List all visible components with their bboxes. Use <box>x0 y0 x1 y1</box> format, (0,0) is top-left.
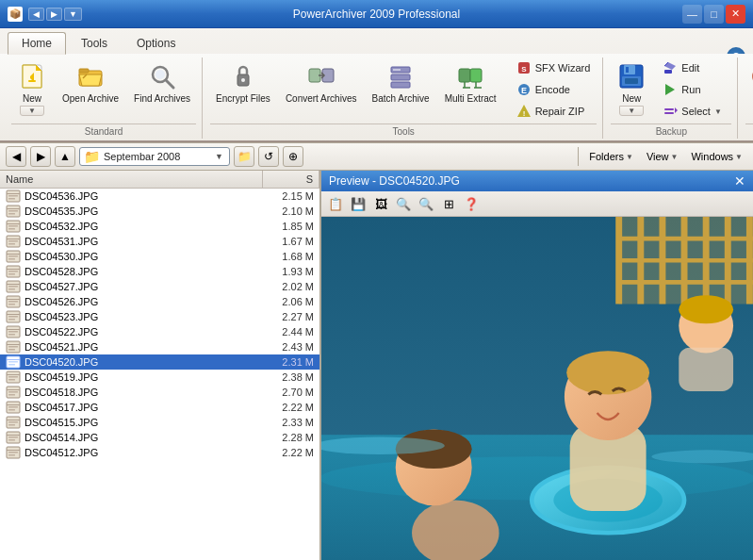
backup-items: New ▼ Edit <box>611 58 731 122</box>
maximize-button[interactable]: □ <box>704 5 724 24</box>
file-row[interactable]: DSC04517.JPG 2.22 M <box>0 400 319 415</box>
file-icon <box>6 386 21 399</box>
file-icon <box>6 250 21 263</box>
repair-zip-button[interactable]: ! Repair ZIP <box>510 101 597 122</box>
close-button[interactable]: ✕ <box>726 5 745 24</box>
file-row[interactable]: DSC04514.JPG 2.28 M <box>0 430 319 445</box>
preview-tool-4[interactable]: 🔍 <box>393 193 414 214</box>
nav-sep-1 <box>578 147 579 166</box>
encode-button[interactable]: E Encode <box>510 79 597 100</box>
view-menu[interactable]: View ▼ <box>642 148 683 165</box>
new-folder-button[interactable]: 📁 <box>234 146 254 167</box>
file-row[interactable]: DSC04523.JPG 2.27 M <box>0 309 319 324</box>
address-dropdown[interactable]: ▼ <box>213 152 225 161</box>
preview-pane: Preview - DSC04520.JPG ✕ 📋 💾 🖼 🔍 🔍 ⊞ ❓ <box>320 171 753 560</box>
repair-label: Repair ZIP <box>535 106 585 117</box>
svg-rect-105 <box>7 389 20 390</box>
svg-rect-27 <box>624 65 635 74</box>
column-header-size[interactable]: S <box>263 171 319 188</box>
sfx-wizard-button[interactable]: S SFX Wizard <box>510 58 597 78</box>
file-row[interactable]: DSC04528.JPG 1.93 M <box>0 264 319 279</box>
file-row[interactable]: DSC04512.JPG 2.22 M <box>0 445 319 460</box>
file-row[interactable]: DSC04536.JPG 2.15 M <box>0 189 319 204</box>
svg-rect-63 <box>8 228 15 230</box>
folders-menu[interactable]: Folders ▼ <box>584 148 638 165</box>
backup-edit-button[interactable]: Edit <box>656 58 731 78</box>
svg-marker-37 <box>675 107 678 113</box>
file-name: DSC04522.JPG <box>25 326 262 338</box>
address-box[interactable]: 📁 Septembar 2008 ▼ <box>79 147 230 166</box>
file-row[interactable]: DSC04527.JPG 2.02 M <box>0 279 319 294</box>
nav-refresh-button[interactable]: ↺ <box>258 146 279 167</box>
file-row[interactable]: DSC04519.JPG 2.38 M <box>0 370 319 385</box>
file-row[interactable]: DSC04535.JPG 2.10 M <box>0 204 319 219</box>
preview-close-button[interactable]: ✕ <box>734 173 745 189</box>
file-size: 2.06 M <box>262 296 314 307</box>
preview-tool-1[interactable]: 📋 <box>325 193 346 214</box>
tab-home[interactable]: Home <box>8 32 66 55</box>
ribbon-group-burner: Burn Disc to Image <box>740 58 753 139</box>
nav-history-button[interactable]: ⊕ <box>283 146 303 167</box>
svg-rect-89 <box>7 329 20 330</box>
back-button[interactable]: ◀ <box>28 8 44 21</box>
ribbon-body: New ▼ Open Archive <box>0 54 753 142</box>
file-size: 2.44 M <box>262 326 314 338</box>
convert-label: Convert Archives <box>286 93 357 105</box>
file-row[interactable]: DSC04520.JPG 2.31 M <box>0 354 319 370</box>
burn-button[interactable]: Burn <box>745 58 753 108</box>
preview-tool-3[interactable]: 🖼 <box>370 193 391 214</box>
file-row[interactable]: DSC04526.JPG 2.06 M <box>0 294 319 309</box>
tab-options[interactable]: Options <box>123 32 189 54</box>
file-row[interactable]: DSC04522.JPG 2.44 M <box>0 324 319 339</box>
file-list-pane: Name S DSC04536.JPG 2.15 M <box>0 171 320 560</box>
convert-archives-button[interactable]: Convert Archives <box>280 58 363 108</box>
file-icon <box>6 205 21 218</box>
batch-archive-button[interactable]: Batch Archive <box>366 58 434 108</box>
windows-menu[interactable]: Windows ▼ <box>686 148 747 165</box>
minimize-button[interactable]: — <box>682 5 702 24</box>
qs-menu-button[interactable]: ▼ <box>64 8 82 21</box>
new-button-wrap: New ▼ <box>11 58 53 116</box>
encode-icon: E <box>516 82 532 97</box>
preview-tool-2[interactable]: 💾 <box>348 193 368 214</box>
file-row[interactable]: DSC04518.JPG 2.70 M <box>0 385 319 400</box>
backup-run-button[interactable]: Run <box>656 79 731 100</box>
open-archive-button[interactable]: Open Archive <box>57 58 124 108</box>
file-size: 2.10 M <box>262 206 314 217</box>
preview-tool-5[interactable]: 🔍 <box>416 193 436 214</box>
forward-button[interactable]: ▶ <box>46 8 62 21</box>
tab-tools[interactable]: Tools <box>67 32 122 54</box>
encrypt-files-button[interactable]: Encrypt Files <box>210 58 276 108</box>
file-name: DSC04518.JPG <box>25 387 262 398</box>
nav-up-button[interactable]: ▲ <box>55 146 75 167</box>
backup-select-button[interactable]: Select ▼ <box>656 101 731 122</box>
nav-forward-button[interactable]: ▶ <box>30 146 51 167</box>
backup-col: Edit Run <box>656 58 731 122</box>
file-list-body: DSC04536.JPG 2.15 M DSC04535.JPG 2.10 M <box>0 189 319 560</box>
nav-back-button[interactable]: ◀ <box>6 146 26 167</box>
svg-rect-113 <box>7 420 20 420</box>
find-archives-button[interactable]: Find Archives <box>128 58 196 108</box>
ribbon: Home Tools Options ? <box>0 28 753 143</box>
preview-tool-7[interactable]: ❓ <box>461 193 482 214</box>
preview-tool-6[interactable]: ⊞ <box>438 193 459 214</box>
file-row[interactable]: DSC04515.JPG 2.33 M <box>0 415 319 430</box>
file-row[interactable]: DSC04521.JPG 2.43 M <box>0 339 319 354</box>
multi-extract-button[interactable]: Multi Extract <box>439 58 502 108</box>
new-dropdown[interactable]: ▼ <box>20 106 44 116</box>
tools-items: Encrypt Files Convert Archives <box>210 58 597 122</box>
new-button[interactable]: New <box>11 58 53 106</box>
file-row[interactable]: DSC04532.JPG 1.85 M <box>0 219 319 234</box>
file-icon <box>6 325 21 338</box>
svg-rect-70 <box>8 255 18 257</box>
multi-extract-label: Multi Extract <box>445 93 497 105</box>
svg-rect-18 <box>459 69 470 82</box>
backup-new-button[interactable]: New <box>611 58 652 106</box>
svg-rect-35 <box>664 108 674 110</box>
file-row[interactable]: DSC04530.JPG 1.68 M <box>0 249 319 264</box>
file-size: 2.15 M <box>262 190 314 202</box>
file-name: DSC04531.JPG <box>25 236 262 247</box>
column-header-name[interactable]: Name <box>0 171 263 188</box>
file-row[interactable]: DSC04531.JPG 1.67 M <box>0 234 319 249</box>
backup-new-dropdown[interactable]: ▼ <box>619 106 644 116</box>
